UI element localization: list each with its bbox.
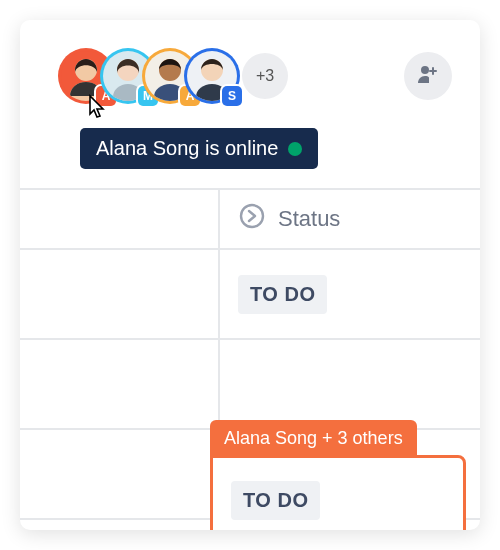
- avatar-4[interactable]: S: [184, 48, 240, 104]
- arrow-circle-right-icon: [238, 202, 266, 236]
- avatar-initial: S: [228, 89, 236, 103]
- multiplayer-highlight: Alana Song + 3 others TO DO: [210, 420, 466, 530]
- add-user-button[interactable]: [404, 52, 452, 100]
- multiplayer-callout-label: Alana Song + 3 others: [210, 420, 417, 457]
- column-header-status[interactable]: Status: [220, 190, 480, 248]
- table-row: TO DO: [20, 250, 480, 340]
- highlighted-cell[interactable]: TO DO: [210, 455, 466, 530]
- status-lozenge[interactable]: TO DO: [231, 481, 320, 520]
- column-header-row: Status: [20, 188, 480, 250]
- tooltip-text: Alana Song is online: [96, 137, 278, 160]
- table-row: [20, 340, 480, 430]
- svg-point-15: [241, 205, 263, 227]
- add-user-icon: [416, 62, 440, 90]
- status-column: Status TO DO TO DO Alana Song + 3 others…: [20, 188, 480, 530]
- presence-indicator-icon: [288, 142, 302, 156]
- presence-avatar-stack: A M A S +3: [58, 48, 288, 104]
- presence-tooltip: Alana Song is online: [80, 128, 318, 169]
- svg-point-12: [421, 66, 429, 74]
- svg-rect-14: [429, 70, 437, 72]
- avatar-overflow-count[interactable]: +3: [242, 53, 288, 99]
- status-lozenge[interactable]: TO DO: [238, 275, 327, 314]
